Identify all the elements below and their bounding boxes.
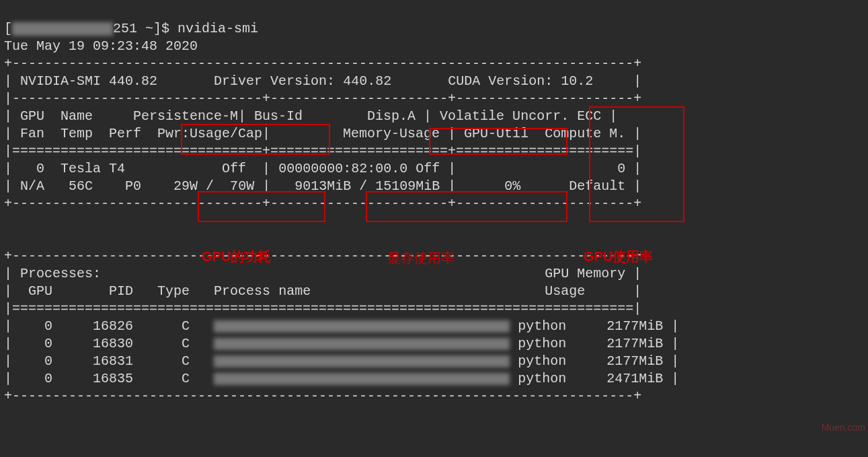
header-line: | NVIDIA-SMI 440.82 Driver Version: 440.… [4,73,641,89]
proc-row-0: | 0 16826 C python 2177MiB | [4,318,679,334]
gpu-row-1: | 0 Tesla T4 Off | 00000000:82:00.0 Off … [4,161,641,176]
proc-row-3: | 0 16835 C python 2471MiB | [4,371,679,386]
terminal-output[interactable]: [251 ~]$ nvidia-smi Tue May 19 09:23:48 … [0,0,868,408]
proc-row-1: | 0 16830 C python 2177MiB | [4,336,679,351]
prompt-line: [251 ~]$ nvidia-smi [4,21,258,36]
watermark: Muen.com [822,422,865,433]
col-header-1: | GPU Name Persistence-M| Bus-Id Disp.A … [4,108,617,124]
sep: +---------------------------------------… [4,248,641,264]
gpu-row-2: | N/A 56C P0 29W / 70W | 9013MiB / 15109… [4,178,641,194]
sep: |=======================================… [4,301,641,316]
sep: |-------------------------------+-------… [4,91,641,106]
sep-top: +---------------------------------------… [4,56,641,71]
timestamp: Tue May 19 09:23:48 2020 [4,38,198,54]
proc-hdr-2: | GPU PID Type Process name Usage | [4,283,641,299]
proc-row-2: | 0 16831 C python 2177MiB | [4,353,679,369]
col-header-2: | Fan Temp Perf Pwr:Usage/Cap| Memory-Us… [4,126,641,141]
sep: |===============================+=======… [4,143,641,159]
sep: +-------------------------------+-------… [4,196,641,211]
proc-hdr-1: | Processes: GPU Memory | [4,266,641,281]
sep-bottom: +---------------------------------------… [4,388,641,404]
